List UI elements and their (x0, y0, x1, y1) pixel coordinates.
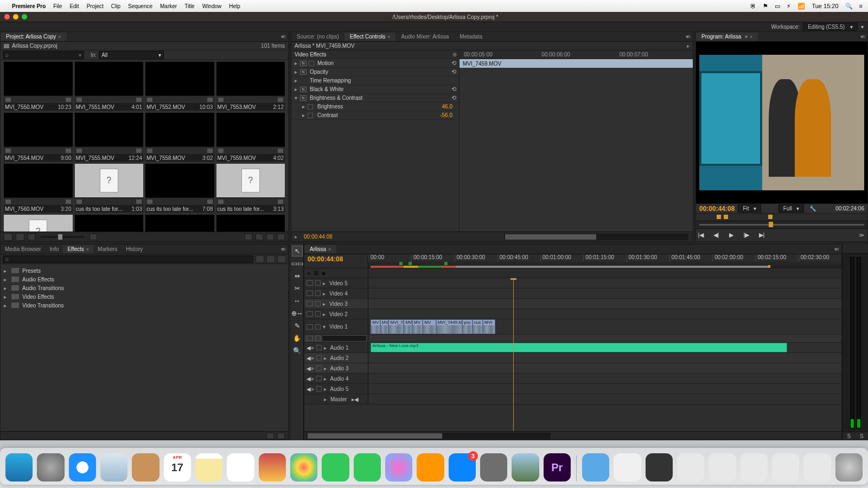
effects-folder[interactable]: ▸Video Transitions (1, 301, 288, 310)
menubar-status-item[interactable]: ⚡︎ (787, 3, 791, 10)
minimize-window-button[interactable] (13, 14, 18, 20)
tool-button[interactable]: ✋ (292, 333, 302, 343)
dock-item-folder[interactable] (582, 453, 609, 481)
timeline-tracks[interactable]: ▸Video 5▸Video 4▸Video 3▸Video 2▾Video 1… (304, 278, 841, 431)
transport-button[interactable]: ◀| (711, 231, 721, 240)
project-clip[interactable]: MVI_7559.MOV4:02 (216, 113, 285, 162)
dock-item-doc1[interactable] (614, 453, 641, 481)
dock-app-messages[interactable] (322, 453, 349, 481)
timeline-clip[interactable]: MV (412, 319, 423, 334)
video-track[interactable]: ▾Video 1MVMVMVI_74MVMVMVMVI_7445.Myoucus… (304, 319, 841, 335)
timeline-clip[interactable]: MV (371, 319, 380, 334)
menu-project[interactable]: Project (87, 3, 104, 9)
tool-button[interactable]: ⇔ (292, 271, 302, 281)
dock-item-stack3[interactable] (741, 453, 768, 481)
project-clip[interactable] (145, 215, 214, 232)
program-scrub-bar[interactable] (696, 221, 867, 228)
new-bin-button[interactable] (256, 234, 263, 240)
menu-help[interactable]: Help (229, 3, 240, 9)
video-track[interactable]: ▸Video 4 (304, 288, 841, 299)
list-view-button[interactable] (4, 233, 12, 241)
timeline-clip[interactable]: MV (423, 319, 436, 334)
dock-item-stack5[interactable] (803, 453, 831, 481)
program-current-timecode[interactable]: 00:00:44:08 (699, 205, 735, 213)
solo-button[interactable]: S (860, 433, 864, 439)
audio-track[interactable]: ◀»▸Audio 5 (304, 384, 841, 394)
transport-button[interactable]: |◀ (696, 231, 706, 240)
effects-folder[interactable]: ▸Audio Transitions (1, 284, 288, 292)
effect-row[interactable]: Time Remapping (291, 76, 459, 85)
ec-timecode[interactable]: 00:00:44:08 (304, 234, 333, 240)
thumb-size-slider[interactable] (41, 236, 84, 238)
dock-app-mail[interactable] (100, 453, 127, 481)
dock-app-sysprefs[interactable] (480, 453, 507, 481)
dock-app-contacts[interactable] (132, 453, 159, 481)
close-icon[interactable]: × (58, 34, 61, 40)
audio-track[interactable]: ◀»▸Audio 3 (304, 363, 841, 374)
video-track[interactable]: ▸Video 2 (304, 309, 841, 319)
project-clip[interactable]: MVI_7550.MOV10:23 (4, 62, 73, 111)
project-clip[interactable]: MVI_7555.MOV12:24 (75, 113, 144, 162)
tool-button[interactable]: ⊕↔ (292, 309, 302, 318)
project-clip[interactable]: MVI_7554.MOV9:00 (4, 113, 73, 162)
window-traffic-lights[interactable] (4, 14, 27, 20)
project-clip[interactable]: cus its too late for...7:08 (145, 164, 214, 213)
effects-folder[interactable]: ▸Video Effects (1, 292, 288, 301)
new-preset-bin-button[interactable] (266, 433, 274, 439)
project-clip[interactable]: MVI_7553.MOV2:12 (216, 62, 285, 111)
sort-button[interactable] (90, 234, 97, 240)
dock-item-stack1[interactable] (677, 453, 704, 481)
workspace-select[interactable]: Editing (CS5.5)▾ (803, 23, 858, 31)
project-clip[interactable] (75, 215, 144, 232)
transport-button[interactable]: |▶ (742, 231, 751, 240)
menu-marker[interactable]: Marker (160, 3, 177, 9)
audio-track[interactable]: ◀»▸Audio 1Arlissa - New Love.mp3 (304, 343, 841, 353)
timeline-clip[interactable]: you (462, 319, 473, 334)
workspace-menu-icon[interactable]: ▾ (861, 24, 864, 30)
menu-file[interactable]: File (53, 3, 62, 9)
menubar-status-item[interactable]: ⚑ (763, 3, 768, 10)
timeline-clip[interactable]: MVI_7445.M (436, 319, 462, 334)
effect-row[interactable]: fxOpacity⟲ (291, 68, 459, 76)
effects-search-input[interactable]: ⌕ (3, 255, 253, 263)
transport-more-icon[interactable]: ≫ (859, 232, 864, 238)
menu-title[interactable]: Title (184, 3, 195, 9)
dock-app-appstore[interactable]: 3 (449, 453, 476, 481)
tool-button[interactable]: ▭▭ (292, 259, 302, 268)
audio-track[interactable]: ◀»▸Audio 4 (304, 374, 841, 384)
dock-app-preview[interactable] (512, 453, 539, 481)
project-thumbnail-grid[interactable]: MVI_7550.MOV10:23MVI_7551.MOV4:01MVI_755… (1, 60, 288, 232)
effects-folder[interactable]: ▸Audio Effects (1, 275, 288, 284)
program-res-select[interactable]: Full▾ (778, 204, 804, 213)
dock-item-stack2[interactable] (709, 453, 736, 481)
menubar-status-item[interactable]: ▭ (775, 3, 780, 10)
snap-icon[interactable]: ⎋ (308, 270, 311, 276)
dock-app-ibooks[interactable] (417, 453, 444, 481)
timeline-timecode[interactable]: 00:00:44:08 (308, 255, 343, 263)
project-clip[interactable] (4, 215, 73, 232)
transport-button[interactable]: ▶ (726, 231, 736, 240)
timeline-clip[interactable]: MV (404, 319, 412, 334)
dock-app-fantastical[interactable] (259, 453, 286, 481)
audio-track[interactable]: ▸Master▸◀ (304, 394, 841, 404)
wrench-icon[interactable]: 🔧 (809, 206, 816, 211)
panel-menu-icon[interactable]: ▾≡ (278, 34, 288, 40)
project-clip[interactable]: MVI_7551.MOV4:01 (75, 62, 144, 111)
timeline-clip[interactable]: MVI (483, 319, 495, 334)
tab-markers[interactable]: Markers (93, 245, 122, 253)
tab-sequence[interactable]: Arlissa× (304, 245, 336, 253)
macos-dock[interactable]: 17APR3Pr (0, 448, 868, 485)
panel-menu-icon[interactable]: ▾≡ (857, 34, 867, 40)
timeline-hscroll[interactable] (307, 433, 551, 439)
dock-app-itunes[interactable] (385, 453, 412, 481)
transport-button[interactable]: ▶| (757, 231, 767, 240)
menu-edit[interactable]: Edit (69, 3, 79, 9)
timeline-clip[interactable]: MV (380, 319, 389, 334)
close-icon[interactable]: × (750, 34, 752, 40)
tab-source-0[interactable]: Source: (no clips) (291, 33, 344, 41)
menubar-status-item[interactable]: ⛨ (750, 3, 756, 9)
dock-app-finder[interactable] (5, 453, 33, 481)
panel-menu-icon[interactable]: ▾≡ (682, 34, 693, 40)
marker-icon[interactable]: ◈ (322, 270, 326, 276)
tab-project[interactable]: Project: Arlissa Copy× (1, 33, 67, 41)
